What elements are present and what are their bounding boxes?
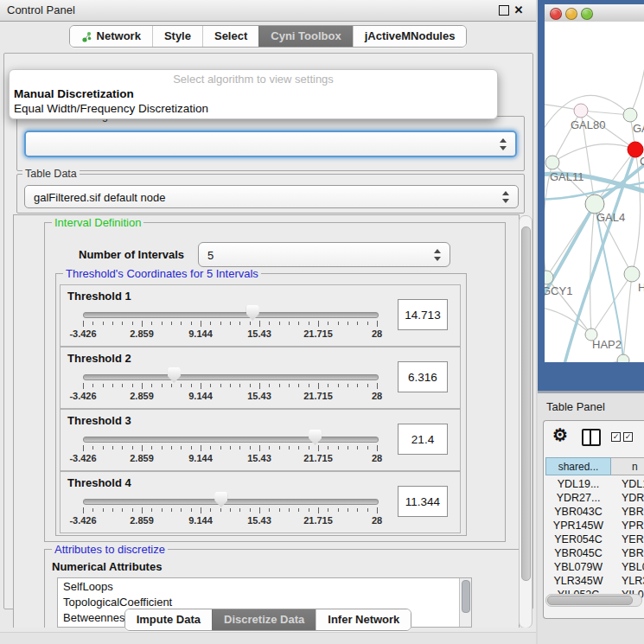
network-edge[interactable]: [623, 274, 632, 360]
dropdown-option[interactable]: Equal Width/Frequency Discretization: [14, 102, 208, 115]
network-edge[interactable]: [545, 95, 630, 138]
tick-mark: [289, 322, 290, 325]
table-row[interactable]: YBL079WYBL0: [544, 561, 644, 575]
tick-mark: [318, 321, 319, 327]
tick-label: 9.144: [188, 453, 213, 463]
table-data-group: Table Data galFiltered.sif default node: [16, 174, 525, 214]
cell-shared-name: YDR27...: [545, 492, 611, 504]
network-node[interactable]: [574, 104, 588, 118]
tick-label: 28: [372, 453, 382, 463]
table-row[interactable]: YBR043CYBR0: [544, 506, 644, 520]
network-edge[interactable]: [545, 307, 591, 335]
cell-name: YPR1: [622, 520, 644, 532]
slider-track[interactable]: [83, 374, 379, 380]
tab-infer-network[interactable]: Infer Network: [316, 609, 411, 630]
bottom-strip: [0, 632, 536, 644]
threshold-value-field[interactable]: 14.713: [398, 299, 448, 330]
group-title: Table Data: [22, 168, 80, 180]
number-of-intervals-select[interactable]: 5: [198, 242, 450, 267]
tick-mark: [132, 446, 133, 450]
table-row[interactable]: YPR145WYPR1: [544, 520, 644, 533]
checkbox-icon[interactable]: ✓: [611, 432, 621, 442]
tick-mark: [92, 322, 93, 325]
threshold-value-field[interactable]: 21.4: [398, 424, 448, 455]
slider-thumb[interactable]: [168, 367, 181, 383]
tick-mark: [103, 508, 104, 512]
tick-mark: [142, 383, 143, 389]
slider-track[interactable]: [83, 437, 379, 443]
gear-icon[interactable]: ⚙: [552, 424, 568, 445]
table-row[interactable]: YDR27...YDR2: [544, 492, 644, 506]
tab-network[interactable]: Network: [70, 26, 152, 47]
network-edge[interactable]: [630, 39, 644, 115]
tick-mark: [220, 322, 221, 325]
network-edge[interactable]: [545, 360, 623, 362]
tab-cyni-toolbox[interactable]: Cyni Toolbox: [258, 26, 352, 47]
network-canvas[interactable]: GAL80GACGAL11GAL4GCY1HHAP2: [545, 22, 644, 362]
tick-label: -3.426: [69, 453, 96, 463]
tab-select[interactable]: Select: [202, 26, 258, 47]
network-view-window[interactable]: GAL80GACGAL11GAL4GCY1HHAP2: [538, 0, 644, 391]
tick-mark: [112, 508, 113, 512]
tab-discretize-data[interactable]: Discretize Data: [212, 609, 316, 630]
network-edge[interactable]: [581, 111, 630, 115]
slider-track[interactable]: [83, 312, 379, 318]
attribute-item[interactable]: SelfLoops: [63, 580, 113, 593]
tick-mark: [112, 384, 113, 387]
node-label: C: [640, 155, 644, 168]
zoom-traffic-icon[interactable]: [581, 8, 593, 20]
scrollbar-thumb[interactable]: [547, 596, 633, 605]
tick-label: 2.859: [130, 391, 154, 401]
cell-name: YBL0: [622, 561, 644, 573]
slider-track[interactable]: [83, 499, 379, 505]
slider-thumb[interactable]: [309, 430, 322, 445]
close-icon[interactable]: ✕: [513, 5, 524, 16]
network-node[interactable]: [545, 156, 559, 169]
threshold-value-field[interactable]: 11.344: [398, 486, 448, 517]
table-row[interactable]: YER054CYER0: [544, 533, 644, 547]
tick-mark: [83, 507, 84, 513]
slider-thumb[interactable]: [214, 492, 227, 507]
tick-mark: [239, 384, 240, 387]
tick-mark: [269, 508, 270, 512]
checkbox-icon[interactable]: ✓: [623, 432, 633, 442]
tick-mark: [348, 446, 348, 450]
dropdown-option[interactable]: Manual Discretization: [14, 87, 134, 100]
tab-impute-data[interactable]: Impute Data: [125, 609, 212, 630]
panel-scrollbar[interactable]: [519, 215, 532, 628]
split-columns-icon[interactable]: [582, 429, 601, 446]
group-title: Interval Definition: [52, 216, 143, 229]
tick-label: 21.715: [303, 453, 333, 463]
tick-label: -3.426: [69, 328, 96, 339]
minimize-traffic-icon[interactable]: [565, 8, 577, 20]
algorithm-select[interactable]: [24, 131, 517, 157]
scrollbar-thumb[interactable]: [521, 226, 531, 581]
network-edge[interactable]: [591, 274, 632, 335]
network-node[interactable]: [623, 108, 637, 122]
tab-jactivemnodules[interactable]: jActiveMNodules: [353, 26, 467, 47]
dropdown-placeholder: Select algorithm to view settings: [10, 73, 497, 86]
close-traffic-icon[interactable]: [550, 8, 562, 20]
threshold-value-field[interactable]: 6.316: [398, 361, 448, 392]
tick-mark: [289, 508, 290, 512]
horizontal-scrollbar[interactable]: [545, 594, 642, 607]
tab-style[interactable]: Style: [152, 26, 202, 47]
network-edge[interactable]: [552, 144, 635, 163]
table-row[interactable]: YLR345WYLR3: [544, 575, 644, 589]
float-window-icon[interactable]: [499, 5, 509, 16]
table-data-select[interactable]: galFiltered.sif default node: [24, 185, 519, 208]
column-header-name[interactable]: n: [611, 457, 644, 475]
numerical-attributes-label: Numerical Attributes: [52, 560, 162, 573]
table-panel-body: ⚙ ✓ ✓ shared... n YDL19...YDL1YDR27...YD…: [543, 420, 644, 619]
table-row[interactable]: YDL19...YDL1: [544, 478, 644, 492]
tick-mark: [162, 322, 163, 325]
attribute-item[interactable]: TopologicalCoefficient: [63, 596, 172, 609]
group-title: Threshold's Coordinates for 5 Intervals: [63, 267, 261, 280]
network-node[interactable]: [617, 354, 629, 362]
column-header-shared-name[interactable]: shared...: [545, 457, 611, 475]
table-row[interactable]: YBR045CYBR0: [544, 547, 644, 561]
slider-thumb[interactable]: [246, 305, 259, 321]
tick-mark: [318, 383, 319, 389]
network-node[interactable]: [624, 266, 640, 282]
network-window-titlebar[interactable]: [545, 4, 644, 22]
